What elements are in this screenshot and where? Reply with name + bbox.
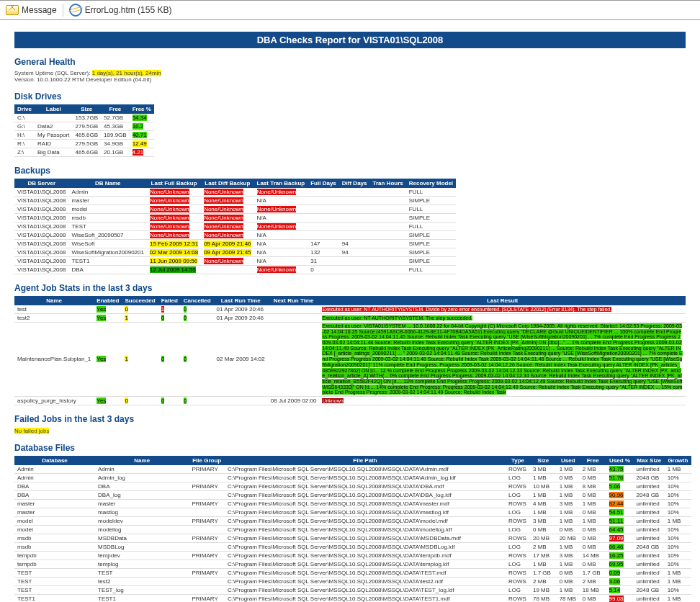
cell: C:\Program Files\Microsoft SQL Server\MS… [225, 560, 506, 568]
cell: 1 MB [580, 516, 606, 525]
cell: C:\Program Files\Microsoft SQL Server\MS… [225, 577, 506, 585]
cell: ROWS [506, 568, 530, 577]
cell: PRIMARY [189, 568, 225, 577]
col-header: Succeeded [122, 296, 158, 305]
uptime-label: System Uptime (SQL Server): [14, 70, 91, 76]
table-row: TESTTEST_logC:\Program Files\Microsoft S… [14, 585, 691, 594]
cell: 2 MB [580, 577, 606, 585]
cell: C:\Program Files\Microsoft SQL Server\MS… [225, 499, 506, 508]
section-backups: Backups [14, 166, 686, 176]
message-icon [6, 5, 19, 15]
col-header: Tran Hours [369, 179, 405, 188]
cell: 1 MB [557, 542, 580, 551]
table-row: VISTA01\SQL2008AdminNone/UnknownNone/Unk… [14, 188, 456, 197]
table-row: aspolicy_purge_historyYes00008 Jul 2009 … [14, 396, 686, 405]
cell: msdb [68, 214, 147, 223]
cell: N/A [254, 248, 308, 257]
cell: DBA [95, 482, 189, 490]
message-label[interactable]: Message [22, 5, 57, 15]
cell: None/Unknown [201, 257, 253, 266]
cell: 132 [308, 248, 339, 257]
cell [339, 188, 370, 197]
col-header: Recovery Model [406, 179, 456, 188]
cell: None/Unknown [254, 266, 308, 274]
cell [268, 305, 320, 314]
cell: 1 MB [665, 577, 691, 585]
cell [369, 231, 405, 240]
cell: 97.09 [606, 534, 634, 542]
cell: Yes [94, 396, 122, 405]
table-row: modelmodellogC:\Program Files\Microsoft … [14, 525, 691, 534]
cell: 465.6GB [72, 148, 101, 157]
cell: 189.9GB [101, 131, 130, 140]
cell: C:\Program Files\Microsoft SQL Server\MS… [225, 534, 506, 542]
cell: 1 [122, 314, 158, 323]
cell: msdb [14, 534, 95, 542]
cell: Yes [94, 314, 122, 323]
cell [268, 314, 320, 323]
cell [189, 508, 225, 516]
cell: 279.5GB [72, 140, 101, 148]
cell: SIMPLE [406, 240, 456, 248]
cell: 2048 GB [634, 542, 665, 551]
cell: 8 MB [580, 482, 606, 490]
cell: unlimited [634, 508, 665, 516]
cell: VISTA01\SQL2008 [14, 266, 68, 274]
table-row: VISTA01\SQL2008WiseSoft15 Feb 2009 12:31… [14, 240, 456, 248]
cell: 1 MB [665, 594, 691, 602]
cell [308, 188, 339, 197]
col-header: Last Full Backup [147, 179, 201, 188]
cell: unlimited [634, 534, 665, 542]
cell: 0 [122, 396, 158, 405]
cell: C:\Program Files\Microsoft SQL Server\MS… [225, 508, 506, 516]
cell: unlimited [634, 516, 665, 525]
cell: SIMPLE [406, 248, 456, 257]
cell: VISTA01\SQL2008 [14, 197, 68, 205]
cell: 01 Apr 2009 20:46 [214, 305, 268, 314]
cell: 20.1GB [101, 148, 130, 157]
attachment-name[interactable]: ErrorLog.htm (155 KB) [85, 5, 172, 15]
cell: 10% [665, 473, 691, 482]
cell: TEST [14, 568, 95, 577]
cell: 1 MB [557, 516, 580, 525]
cell: PRIMARY [189, 534, 225, 542]
table-row: testYes01001 Apr 2009 20:46Executed as u… [14, 305, 686, 314]
cell: SIMPLE [406, 257, 456, 266]
cell: FULL [406, 205, 456, 214]
cell: DBA_log [95, 490, 189, 499]
cell: 40.71 [130, 131, 154, 140]
cell: C:\Program Files\Microsoft SQL Server\MS… [225, 482, 506, 490]
col-header: Max Size [634, 456, 665, 465]
cell: unlimited [634, 482, 665, 490]
cell: None/Unknown [254, 223, 308, 231]
cell: 1 MB [557, 585, 580, 594]
cell: 0 MB [580, 508, 606, 516]
cell: 1 MB [530, 560, 557, 568]
table-row: AdminAdminPRIMARYC:\Program Files\Micros… [14, 465, 691, 474]
cell: C:\Program Files\Microsoft SQL Server\MS… [225, 568, 506, 577]
table-row: modelmodeldevPRIMARYC:\Program Files\Mic… [14, 516, 691, 525]
section-jobs: Agent Job Stats in the last 3 days [14, 283, 686, 293]
cell: PRIMARY [189, 516, 225, 525]
cell: VISTA01\SQL2008 [14, 248, 68, 257]
cell: None/Unknown [147, 197, 201, 205]
col-header: Size [72, 104, 101, 114]
cell: 10% [665, 560, 691, 568]
cell: 0 MB [580, 542, 606, 551]
cell: ROWS [506, 482, 530, 490]
cell: VISTA01\SQL2008 [14, 188, 68, 197]
cell: TEST_log [95, 585, 189, 594]
cell: 16.2 [130, 122, 154, 131]
cell: 10% [665, 534, 691, 542]
cell: 11 Jun 2009 09:56 [147, 257, 201, 266]
cell [189, 473, 225, 482]
cell: 78 MB [530, 594, 557, 602]
cell: 94 [339, 248, 370, 257]
cell: 94 [339, 240, 370, 248]
uptime-row: System Uptime (SQL Server): 1 day(s), 21… [14, 70, 686, 76]
cell: None/Unknown [147, 205, 201, 214]
cell: 0 MB [557, 525, 580, 534]
cell: 10% [665, 551, 691, 560]
cell: 64.45 [606, 525, 634, 534]
cell: VISTA01\SQL2008 [14, 231, 68, 240]
